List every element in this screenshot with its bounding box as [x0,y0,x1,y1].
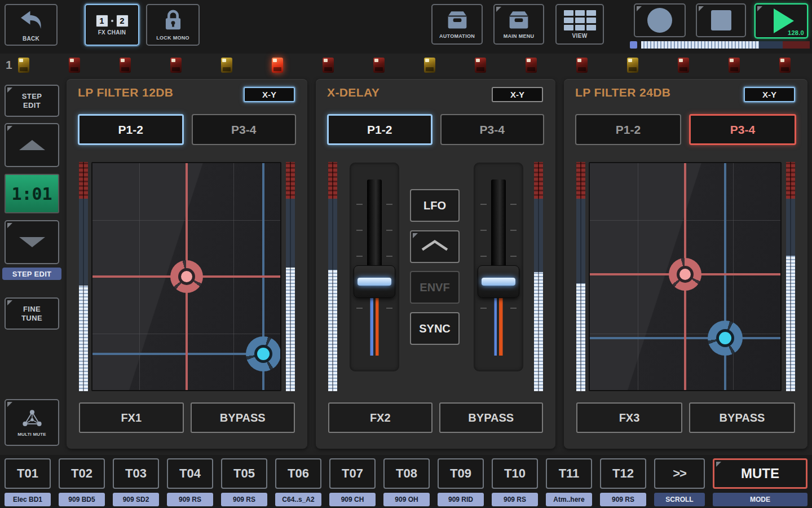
fold-marker [7,223,12,228]
record-button[interactable] [634,3,686,37]
track-label: 909 SD2 [113,493,159,506]
play-button[interactable]: 128.0 [754,3,808,38]
pad-icon[interactable] [18,58,29,73]
track-button[interactable]: T08 [383,458,430,489]
mute-button[interactable]: MUTE [713,458,807,489]
bypass-button[interactable]: BYPASS [191,402,295,433]
bypass-button[interactable]: BYPASS [689,402,795,433]
feedback-slider[interactable] [474,163,523,371]
fx-slot-button[interactable]: FX1 [79,402,184,433]
app-root: BACK 1 2 FX CHAIN LOCK MONO [0,0,812,508]
fx-slot-button[interactable]: FX3 [576,402,682,433]
puck-red[interactable] [669,258,701,291]
scroll-up-button[interactable] [5,123,59,167]
lfo-button[interactable]: LFO [410,189,460,222]
pad-icon[interactable] [526,58,537,73]
main-menu-drawer-icon [506,10,532,31]
fx-panel-1: LP FILTER 12DB X-Y P1-2 P3-4 [67,79,307,449]
track-button[interactable]: T06 [275,458,321,489]
page-p12-button[interactable]: P1-2 [327,114,433,145]
puck-blue[interactable] [708,321,743,356]
stop-button[interactable] [696,3,746,37]
sync-button[interactable]: SYNC [410,312,460,345]
automation-label: AUTOMATION [439,33,475,39]
xy-toggle-button[interactable]: X-Y [744,87,795,102]
pad-icon[interactable] [373,58,385,73]
track-button[interactable]: T12 [600,458,646,489]
track-cell: T02 909 BD5 [59,458,105,506]
back-icon [15,8,47,33]
slider-handle[interactable] [354,265,395,298]
track-button[interactable]: T03 [113,458,159,489]
xy-pad[interactable] [91,162,281,391]
track-cell: T08 909 OH [383,458,430,506]
track-button[interactable]: T02 [59,458,105,489]
pad-icon[interactable] [221,58,232,73]
xy-toggle-button[interactable]: X-Y [244,87,295,102]
pad-icon[interactable] [779,58,791,73]
view-button[interactable]: VIEW [555,4,604,45]
pad-icon[interactable] [323,58,334,73]
track-cell: T11 Atm..here [546,458,592,506]
grid-line [733,163,734,390]
xy-pad[interactable] [589,162,782,391]
scroll-down-button[interactable] [5,220,59,264]
automation-drawer-icon [444,10,470,31]
pattern-index: 1 [6,58,14,72]
pad-icon[interactable] [678,58,689,73]
track-label: Atm..here [546,493,592,506]
progress-lit [641,41,759,49]
pad-icon[interactable] [69,58,80,73]
pad-icon[interactable] [272,58,283,73]
xy-toggle-button[interactable]: X-Y [492,87,543,102]
track-label: 909 OH [383,493,430,506]
pad-icon[interactable] [627,58,638,73]
envf-button[interactable]: ENVF [410,271,460,304]
fold-marker [496,7,501,12]
fx-chain-button[interactable]: 1 2 FX CHAIN [85,4,139,46]
fold-marker [7,402,12,407]
fx-slot-button[interactable]: FX2 [328,402,433,433]
step-edit-button[interactable]: STEP EDIT [5,85,59,117]
pad-icon[interactable] [170,58,182,73]
bypass-button[interactable]: BYPASS [439,402,544,433]
pad-icon[interactable] [424,58,435,73]
delay-slider[interactable] [350,163,399,371]
multi-mute-button[interactable]: MULTI MUTE [5,399,59,446]
automation-button[interactable]: AUTOMATION [431,4,483,45]
track-button[interactable]: T10 [492,458,538,489]
main-menu-button[interactable]: MAIN MENU [493,4,544,45]
page-p34-button[interactable]: P3-4 [192,114,297,145]
track-button[interactable]: T01 [5,458,51,489]
lock-mono-button[interactable]: LOCK MONO [146,4,200,46]
progress-bar [641,41,810,49]
fine-tune-button[interactable]: FINE TUNE [5,297,59,330]
level-meter-left [328,162,337,391]
page-p34-button[interactable]: P3-4 [440,114,545,145]
fx-panel-3: LP FILTER 24DB X-Y P1-2 P3-4 [564,79,807,449]
slider-handle[interactable] [478,265,519,298]
topbar: BACK 1 2 FX CHAIN LOCK MONO [0,0,812,54]
back-button[interactable]: BACK [5,4,58,46]
puck-red[interactable] [170,260,203,293]
track-button[interactable]: T04 [167,458,213,489]
crosshair-blue-v [724,163,726,390]
page-p12-button[interactable]: P1-2 [78,114,184,145]
fx-chain-label: FX CHAIN [98,29,126,36]
track-button[interactable]: T09 [438,458,484,489]
scroll-tracks-button[interactable]: >> [654,458,705,489]
puck-blue[interactable] [246,336,281,371]
pad-icon[interactable] [576,58,588,73]
page-p34-button[interactable]: P3-4 [689,114,796,145]
track-label: 909 RS [221,493,267,506]
pad-icon[interactable] [729,58,740,73]
env-shape-button[interactable] [410,230,460,263]
track-button[interactable]: T11 [546,458,592,489]
track-button[interactable]: T07 [329,458,376,489]
track-label: 909 RID [438,493,484,506]
level-meter-left [576,162,585,391]
track-button[interactable]: T05 [221,458,267,489]
pad-icon[interactable] [475,58,486,73]
page-p12-button[interactable]: P1-2 [575,114,681,145]
pad-icon[interactable] [120,58,131,73]
